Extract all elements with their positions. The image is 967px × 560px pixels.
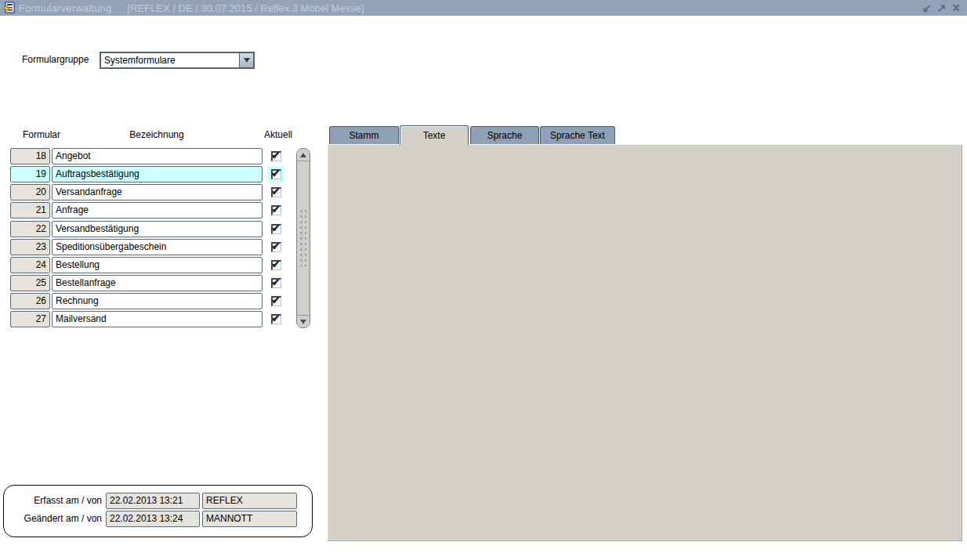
formular-bezeichnung-field[interactable]: Mailversand <box>52 311 263 327</box>
aktuell-checkbox[interactable] <box>271 296 281 306</box>
formular-bezeichnung-field[interactable]: Versandbestätigung <box>52 221 263 237</box>
chevron-down-icon[interactable] <box>239 53 253 67</box>
formular-table-scrollbar[interactable] <box>296 148 310 328</box>
aktuell-column-header: Aktuell <box>264 129 292 140</box>
aktuell-checkbox-cell <box>267 275 284 291</box>
formular-bezeichnung-field[interactable]: Rechnung <box>52 293 263 309</box>
formular-bezeichnung-field[interactable]: Speditionsübergabeschein <box>52 239 263 255</box>
tab-texte[interactable]: Texte <box>400 125 469 145</box>
formular-nr-field[interactable]: 19 <box>10 166 50 182</box>
aktuell-checkbox[interactable] <box>271 314 281 324</box>
aktuell-checkbox[interactable] <box>271 224 281 234</box>
window-title: Formularverwaltung <box>19 2 111 14</box>
erfasst-am-von-label: Erfasst am / von <box>9 495 102 506</box>
formulargruppe-label: Formulargruppe <box>22 54 89 65</box>
aktuell-checkbox[interactable] <box>271 205 281 215</box>
forms-app-icon <box>2 2 15 14</box>
geaendert-am-von-label: Geändert am / von <box>9 513 102 524</box>
close-window-icon[interactable]: ✕ <box>951 2 961 13</box>
formular-nr-field[interactable]: 26 <box>10 293 50 309</box>
aktuell-checkbox[interactable] <box>271 278 281 288</box>
aktuell-checkbox-cell <box>267 293 284 309</box>
maximize-window-icon[interactable]: ↗ <box>937 2 947 13</box>
formular-bezeichnung-field[interactable]: Auftragsbestätigung <box>52 166 263 182</box>
formular-nr-field[interactable]: 25 <box>10 275 50 291</box>
geaendert-datum-field: 22.02.2013 13:24 <box>106 511 200 527</box>
geaendert-von-field: MANNOTT <box>202 511 297 527</box>
formulargruppe-select[interactable]: Systemformulare <box>100 52 255 69</box>
restore-window-icon[interactable]: ↙ <box>922 2 932 13</box>
formular-bezeichnung-field[interactable]: Angebot <box>52 148 263 164</box>
erfasst-datum-field: 22.02.2013 13:21 <box>106 493 200 509</box>
window-title-context: [REFLEX / DE / 30.07.2015 / Reflex 3 Möb… <box>127 2 364 14</box>
formular-nr-field[interactable]: 24 <box>10 257 50 273</box>
window-titlebar: Formularverwaltung [REFLEX / DE / 30.07.… <box>0 0 967 16</box>
app-window: Formularverwaltung [REFLEX / DE / 30.07.… <box>0 0 967 560</box>
formular-nr-field[interactable]: 22 <box>10 221 50 237</box>
formular-nr-field[interactable]: 20 <box>10 184 50 201</box>
formular-nr-field[interactable]: 27 <box>10 311 50 327</box>
formular-nr-field[interactable]: 23 <box>10 239 50 255</box>
aktuell-checkbox-cell <box>267 202 284 219</box>
formulargruppe-value: Systemformulare <box>101 53 253 67</box>
aktuell-checkbox-cell <box>267 239 284 255</box>
aktuell-checkbox-cell <box>267 184 284 201</box>
formular-bezeichnung-field[interactable]: Bestellanfrage <box>52 275 263 291</box>
texte-tab-panel <box>328 144 962 541</box>
tab-sprache[interactable]: Sprache <box>470 126 539 144</box>
erfasst-von-field: REFLEX <box>202 493 297 509</box>
bezeichnung-column-header: Bezeichnung <box>51 129 263 140</box>
aktuell-checkbox[interactable] <box>271 187 281 197</box>
aktuell-checkbox-cell <box>267 311 284 327</box>
scroll-up-icon[interactable] <box>297 149 310 161</box>
formular-nr-field[interactable]: 21 <box>10 202 50 219</box>
aktuell-checkbox-cell <box>267 221 284 237</box>
aktuell-checkbox-cell <box>267 257 284 273</box>
formular-bezeichnung-field[interactable]: Versandanfrage <box>52 184 263 201</box>
aktuell-checkbox[interactable] <box>271 169 281 179</box>
aktuell-checkbox-cell <box>267 166 284 182</box>
scroll-down-icon[interactable] <box>297 315 310 327</box>
aktuell-checkbox[interactable] <box>271 260 281 270</box>
formular-bezeichnung-field[interactable]: Anfrage <box>52 202 263 219</box>
tab-stamm[interactable]: Stamm <box>329 126 399 144</box>
formular-bezeichnung-field[interactable]: Bestellung <box>52 257 263 273</box>
aktuell-checkbox[interactable] <box>271 151 281 161</box>
aktuell-checkbox[interactable] <box>271 242 281 252</box>
tab-sprache-text[interactable]: Sprache Text <box>540 126 615 144</box>
aktuell-checkbox-cell <box>267 148 284 164</box>
formular-nr-field[interactable]: 18 <box>10 148 50 164</box>
